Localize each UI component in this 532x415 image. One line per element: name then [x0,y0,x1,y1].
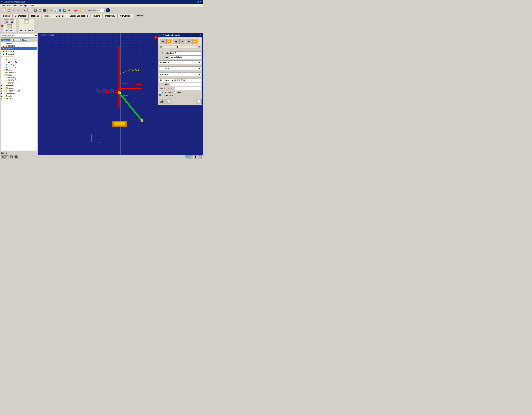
tree-design-vars[interactable]: ▶ 📁 Design Variables [1,90,37,92]
tree-ground[interactable]: ▶ ⚙ ground [1,53,37,55]
anim-foot-btn-3[interactable]: 📈 [196,99,202,104]
anim-foot-btn-1[interactable]: 🎬 [159,99,165,104]
tb-save[interactable]: 💾 [7,8,11,12]
anim-close-button[interactable]: ✕ [199,34,201,36]
tree-link[interactable]: ▶ 📦 LINK [1,47,37,50]
status-icon-6[interactable]: ↔ [189,155,193,159]
back-button[interactable]: ◀ [173,39,179,44]
close-button[interactable]: ✕ [200,1,202,3]
browse-tab-filters[interactable]: Filters [20,38,29,41]
tb-t5[interactable]: ✚ [67,8,71,12]
tb-t7[interactable]: ✋ [78,8,82,12]
tree-motions[interactable]: ▼ 📁 Motions [1,69,37,71]
tree-joint-c2[interactable]: ● JOINT_C2 [1,58,37,61]
tb-undo[interactable]: ↩ [11,8,16,12]
tree-no-entities: <no entities> [1,71,37,74]
status-icon-8[interactable]: 🔧 [198,155,202,159]
status-icon-2[interactable]: 📋 [5,155,9,159]
tb-cube[interactable]: 🔲 [33,8,37,12]
tree-connectors[interactable]: ▼ 📁 Connectors [1,55,37,58]
to-start-button[interactable]: ⏮ [160,39,166,44]
analysis-input[interactable] [170,51,201,55]
tab-bodies[interactable]: Bodies [1,14,12,18]
tab-elements[interactable]: Elements [53,14,67,18]
tab-plugins[interactable]: Plugins [91,14,103,18]
browse-tab-groups[interactable]: Groups [11,38,20,41]
menu-view[interactable]: View [12,4,18,7]
tab-forces[interactable]: Forces [41,14,53,18]
tree-all-other[interactable]: ▶ 📁 All Other [1,97,37,100]
tab-design-exploration[interactable]: Design Exploration [67,14,90,18]
tree-simulations[interactable]: ▶ 📁 Simulations [1,92,37,95]
tree-elements[interactable]: ▶ 📁 Elements [1,84,37,87]
tree-sforce-1[interactable]: ⚡ SFORCE_1 [1,79,37,82]
tab-simulation[interactable]: Simulation [118,14,133,18]
tb-redo[interactable]: ↪ [16,8,20,12]
tb-t2[interactable]: 📊 [53,8,57,12]
tree-joint-a[interactable]: ● JOINT_A [1,66,37,69]
status-icon-5[interactable]: 🌐 [185,155,189,159]
contour-plots-checkbox[interactable] [159,94,161,96]
tree-measures[interactable]: ▶ 📁 Measures [1,87,37,90]
tree-joint-b[interactable]: ● JOINT_B [1,63,37,66]
help-button[interactable]: ? [106,8,110,12]
tb-sphere[interactable]: ⭕ [38,8,42,12]
icons-checkbox[interactable] [174,91,176,93]
status-icon-3[interactable]: 🔲 [10,155,13,159]
time-range-input[interactable] [175,79,201,82]
cycles-input[interactable] [170,83,201,86]
anim-foot-btn-2[interactable]: 📊 [165,99,171,104]
title-right[interactable]: — ❐ ✕ [194,1,202,3]
tb-cyl[interactable]: ⬛ [42,8,47,12]
tb-t3[interactable]: 🔵 [58,8,62,12]
tb-t8[interactable]: 🔍 [83,8,87,12]
tb-select[interactable]: ↖ [22,8,27,12]
tree-gravity[interactable]: 9↓ gravity [1,82,37,84]
view-input[interactable] [170,55,201,59]
menu-file[interactable]: File [1,4,6,7]
status-icon-4[interactable]: ⬛ [14,155,18,159]
increment-input[interactable] [96,9,105,12]
tb-t4[interactable]: 🔲 [62,8,67,12]
minimize-button[interactable]: — [194,1,196,3]
tb-box[interactable]: ⬜ [28,8,33,12]
tree-bodies[interactable]: ▼ 📁 Bodies [1,42,37,45]
tree-joint-c1[interactable]: ● JOINT_C1 [1,61,37,63]
time-range-select[interactable]: Time Range: [159,78,174,82]
browse-tab-browse[interactable]: Browse [1,38,10,41]
step-back-button[interactable]: ⏪ [166,39,172,44]
restore-button[interactable]: ❐ [197,1,199,3]
model-dropdown[interactable]: .example_3_press [1,34,37,37]
menu-settings[interactable]: Settings [19,4,28,7]
progress-track[interactable] [163,46,197,48]
tree-crank[interactable]: ▶ 📦 CRANK [1,50,37,53]
stop-button[interactable]: ■ [179,39,185,44]
superimpose-checkbox[interactable] [159,91,161,93]
tab-motions[interactable]: Motions [29,14,41,18]
tree-results[interactable]: ▶ 📁 Results [1,95,37,97]
camera-select[interactable]: Std. Camera Camera 1 Camera 2 [159,66,201,70]
tab-results[interactable]: Results [133,14,145,18]
tb-new[interactable]: 📄 [2,8,7,12]
tb-t6[interactable]: 🎯 [73,8,77,12]
tab-connectors[interactable]: Connectors [12,14,28,18]
postprocessor-group[interactable]: 📈 Postprocessor [19,18,34,32]
trace-select[interactable]: No Trace Trace On Trace Off [159,72,201,76]
tab-machinery[interactable]: Machinery [103,14,118,18]
play-button[interactable]: ▶ [186,39,192,44]
joint-b-icon: ● [5,64,8,66]
menu-tools[interactable]: Tools [28,4,35,7]
mode-select[interactable]: Fixed Base Moving Base Track Body [159,60,201,65]
frame-increment-input[interactable] [175,87,201,90]
menu-edit[interactable]: Edit [6,4,12,7]
status-icon-1[interactable]: 🖥 [1,155,5,159]
fast-forward-button[interactable]: ⏩ [192,39,198,44]
tb-t1[interactable]: ⚙ [48,8,53,12]
folder-bodies-icon: 📁 [3,42,6,45]
tree-slider[interactable]: ▶ 📦 SLIDER [1,45,37,47]
tree-forces[interactable]: ▼ 📁 Forces [1,74,37,76]
tree-spring-1[interactable]: ⛏ SPRING_1 [1,76,37,79]
status-icon-7[interactable]: ℹ [194,155,197,159]
viewport[interactable]: example_3_press SFORCE_1 gravity [38,33,203,155]
review-group[interactable]: 🎬 ⊞ ↩ Review [3,18,16,32]
